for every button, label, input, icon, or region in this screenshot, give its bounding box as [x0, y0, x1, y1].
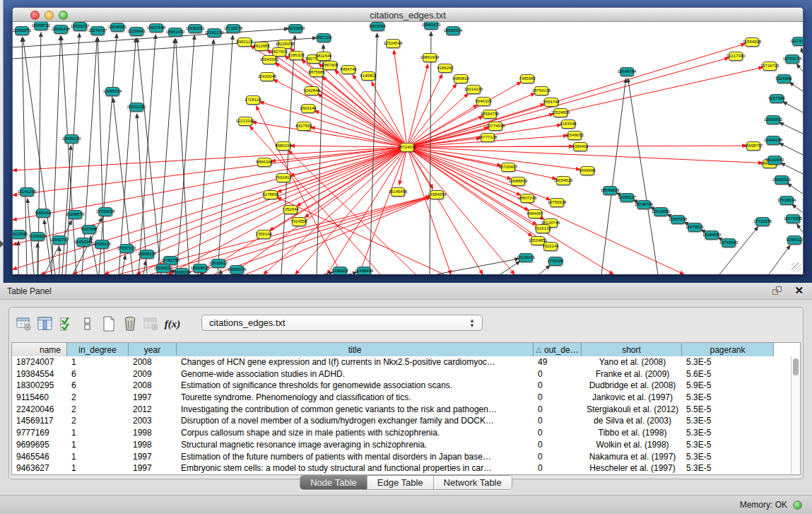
graph-node[interactable]: 16210643 — [767, 156, 782, 165]
column-header-out_de[interactable]: △out_de… — [534, 343, 582, 356]
graph-node[interactable]: 19565324 — [446, 26, 460, 35]
window-resize-grip[interactable] — [792, 262, 801, 272]
graph-node[interactable]: 12065334 — [105, 87, 119, 96]
float-panel-icon[interactable] — [772, 286, 782, 296]
graph-node[interactable]: 8427552 — [297, 122, 311, 131]
column-header-year[interactable]: year — [129, 343, 177, 356]
graph-node[interactable]: 10743543 — [722, 238, 736, 247]
graph-node[interactable]: 12444158 — [766, 136, 780, 145]
graph-node[interactable]: 18554756 — [483, 110, 497, 119]
graph-node[interactable]: 16777128 — [481, 133, 495, 142]
graph-node[interactable]: 7359144 — [257, 230, 271, 239]
collapse-arrow-icon[interactable] — [0, 240, 4, 247]
graph-node[interactable]: 18309538 — [193, 264, 207, 273]
network-graph-canvas[interactable]: 1872400789601238912955182260589827503165… — [13, 22, 803, 274]
graph-node[interactable]: 9546329 — [476, 97, 490, 106]
table-row[interactable]: 977716911998Corpus callosum shape and si… — [12, 427, 800, 439]
graph-node[interactable]: 19734703 — [763, 62, 777, 71]
graph-node[interactable]: 17135278 — [226, 24, 240, 33]
graph-node[interactable]: 11259641 — [129, 27, 143, 36]
graph-node[interactable]: 15060014 — [175, 268, 189, 275]
table-row[interactable]: 1830029562008Estimation of significance … — [12, 380, 800, 392]
table-row[interactable]: 969969511998Structural magnetic resonanc… — [12, 439, 800, 451]
graph-node[interactable]: 11156829 — [30, 232, 45, 241]
graph-node[interactable]: 9186292 — [438, 64, 452, 73]
graph-node[interactable]: 7485083 — [520, 74, 534, 83]
graph-node[interactable]: 16055117 — [620, 193, 634, 202]
graph-node[interactable]: 16648784 — [620, 67, 634, 76]
graph-node[interactable]: 10935183 — [64, 134, 78, 144]
new-table-icon[interactable] — [98, 315, 119, 333]
tab-edge-table[interactable]: Edge Table — [367, 476, 434, 489]
table-vertical-scrollbar[interactable] — [791, 356, 800, 474]
table-settings-icon[interactable] — [13, 315, 35, 333]
column-header-pagerank[interactable]: pagerank — [682, 343, 774, 356]
graph-node[interactable]: 12610922 — [211, 259, 225, 268]
graph-node[interactable]: 1615132 — [536, 224, 550, 233]
graph-node[interactable]: 9196022 — [333, 267, 347, 275]
table-row[interactable]: 1938455462009Genome-wide association stu… — [12, 368, 800, 380]
graph-node[interactable]: 16014216 — [466, 85, 481, 94]
graph-node[interactable]: 20531221 — [129, 103, 143, 112]
graph-node[interactable]: 8186328 — [289, 51, 303, 60]
column-header-in_degree[interactable]: in_degree — [67, 343, 129, 356]
graph-node[interactable]: 17710345 — [755, 217, 770, 226]
table-row[interactable]: 946554611997Estimation of the future num… — [12, 451, 800, 463]
graph-node[interactable]: 20206576 — [68, 210, 82, 219]
graph-node[interactable]: 15241295 — [20, 187, 34, 197]
graph-node[interactable]: 11173301 — [792, 37, 803, 46]
row-height-icon[interactable] — [77, 315, 98, 333]
graph-node[interactable]: 13913505 — [13, 230, 25, 239]
graph-node[interactable]: 9153548 — [561, 119, 575, 129]
graph-node[interactable]: 16958231 — [34, 22, 48, 30]
graph-node[interactable]: 10553257 — [73, 22, 87, 31]
graph-node[interactable]: 18951430 — [168, 28, 182, 37]
graph-node[interactable]: 7691812 — [276, 173, 290, 182]
graph-node[interactable]: 15692921 — [775, 175, 789, 185]
graph-node[interactable]: 14136141 — [519, 253, 533, 262]
graph-node[interactable]: 12524549 — [386, 39, 400, 48]
graph-node[interactable]: 15367058 — [671, 215, 685, 224]
graph-node[interactable]: 10524809 — [553, 108, 567, 117]
graph-node[interactable]: 8960123 — [237, 37, 252, 47]
graph-node[interactable]: 12505115 — [95, 240, 109, 249]
network-window-titlebar[interactable]: citations_edges.txt — [13, 8, 803, 22]
graph-node[interactable]: 9875685 — [310, 68, 324, 77]
table-row[interactable]: 2242004622012Investigating the contribut… — [12, 404, 800, 416]
graph-node[interactable]: 7857224 — [317, 33, 331, 42]
graph-node[interactable]: 13942757 — [52, 235, 66, 245]
graph-node[interactable]: 9146821 — [361, 71, 375, 81]
graph-node[interactable]: 16961673 — [424, 22, 438, 30]
graph-node[interactable]: 11675305 — [786, 214, 800, 223]
graph-node[interactable]: 20691406 — [54, 25, 68, 34]
graph-node[interactable]: 10688809 — [511, 177, 525, 186]
table-selector-dropdown[interactable]: citations_edges.txt ▲▼ — [201, 315, 483, 331]
graph-node[interactable]: 11549052 — [567, 131, 582, 140]
graph-node[interactable]: 9097588 — [82, 225, 96, 234]
graph-node[interactable]: 9242844 — [305, 86, 319, 95]
graph-node[interactable]: 12217390 — [729, 52, 743, 61]
graph-node[interactable]: 2803144 — [301, 104, 315, 113]
graph-node[interactable]: 10590091 — [188, 24, 202, 33]
table-row[interactable]: 1872400712008Changes of HCN gene express… — [12, 356, 800, 368]
graph-node[interactable]: 7914558 — [292, 217, 306, 226]
graph-node[interactable]: 12093832 — [766, 115, 780, 124]
graph-node[interactable]: 15751074 — [785, 54, 799, 64]
column-header-name[interactable]: name — [12, 343, 67, 356]
graph-node[interactable]: 8178835 — [264, 190, 278, 199]
graph-node[interactable]: 8580199 — [276, 141, 290, 151]
graph-node[interactable]: 7252544 — [283, 205, 298, 214]
graph-node[interactable]: 14527698 — [149, 23, 163, 33]
graph-node[interactable]: 9095061 — [36, 209, 50, 218]
graph-node[interactable]: 17016534 — [779, 196, 794, 205]
graph-node[interactable]: 18754105 — [534, 86, 548, 95]
graph-node[interactable]: 17957223 — [119, 244, 134, 253]
graph-node[interactable]: 9245012 — [787, 235, 801, 245]
graph-node[interactable]: 12242179 — [207, 28, 221, 37]
column-header-title[interactable]: title — [177, 343, 534, 356]
graph-node[interactable]: 8912955 — [254, 42, 269, 51]
graph-node[interactable]: 9227343 — [770, 94, 784, 103]
graph-node[interactable]: 11438494 — [357, 267, 371, 275]
graph-node[interactable]: 19654923 — [556, 176, 570, 185]
graph-node[interactable]: 18807249 — [520, 194, 534, 203]
